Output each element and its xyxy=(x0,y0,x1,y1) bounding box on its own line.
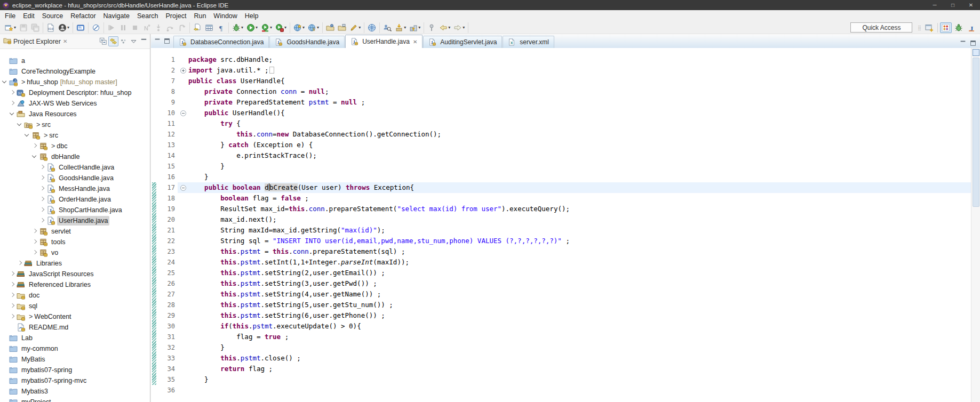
tree-item-messhandle-java[interactable]: JMessHandle.java xyxy=(0,183,150,194)
tree-item-collecthandle-java[interactable]: JCollectHandle.java xyxy=(0,162,150,173)
tree-item-myproject[interactable]: myProject xyxy=(0,397,150,402)
dropdown-arrow-icon[interactable]: ▾ xyxy=(14,25,16,30)
code-line-33[interactable]: 33 this.pstmt.close() ; xyxy=(151,353,980,364)
tree-item-src[interactable]: >src xyxy=(0,119,150,130)
fold-collapse-icon[interactable] xyxy=(180,185,186,191)
code-line-27[interactable]: 27 this.pstmt.setString(4,user.getName()… xyxy=(151,289,980,300)
tree-expander-icon[interactable] xyxy=(39,197,45,202)
user-button[interactable]: ▾ xyxy=(57,23,70,33)
tree-expander-icon[interactable] xyxy=(32,154,37,159)
collapsed-region-icon[interactable] xyxy=(269,67,274,74)
perspective-debug-button[interactable] xyxy=(953,22,965,33)
folding-column[interactable] xyxy=(178,182,188,193)
dropdown-arrow-icon[interactable]: ▾ xyxy=(284,25,286,30)
code-line-7[interactable]: 7public class UserHandle{ xyxy=(151,76,980,86)
step-return-button[interactable] xyxy=(177,23,187,33)
code-text[interactable]: max_id.next(); xyxy=(188,214,277,225)
tree-item-goodshandle-java[interactable]: JGoodsHandle.java xyxy=(0,173,150,183)
tree-expander-icon[interactable] xyxy=(10,314,15,319)
editor-tab-userhandle-java[interactable]: JUserHandle.java✕ xyxy=(345,35,423,48)
dropdown-arrow-icon[interactable]: ▾ xyxy=(302,25,305,30)
tree-item-readme-md[interactable]: README.md xyxy=(0,322,150,333)
code-text[interactable]: public boolean dbCreate(User user) throw… xyxy=(188,182,980,193)
dropdown-arrow-icon[interactable]: ▾ xyxy=(463,25,465,30)
tree-expander-icon[interactable] xyxy=(32,229,37,234)
tree-expander-icon[interactable] xyxy=(2,79,7,85)
tree-item-userhandle-java[interactable]: JUserHandle.java xyxy=(0,215,150,226)
tree-expander-icon[interactable] xyxy=(10,111,15,117)
code-line-2[interactable]: 2import java.util.* ; xyxy=(151,65,980,76)
folding-column[interactable] xyxy=(178,108,188,118)
tree-expander-icon[interactable] xyxy=(39,165,45,170)
tree-expander-icon[interactable] xyxy=(25,133,30,138)
editor-tab-auditingservlet-java[interactable]: JAuditingServlet.java xyxy=(423,36,502,48)
tree-expander-icon[interactable] xyxy=(32,143,37,149)
code-text[interactable]: try { xyxy=(188,118,241,129)
terminate-button[interactable] xyxy=(130,23,140,33)
code-line-15[interactable]: 15 } xyxy=(151,161,980,172)
tree-item-doc[interactable]: doc xyxy=(0,290,150,301)
pilcrow-button[interactable]: ¶ xyxy=(216,23,226,33)
code-text[interactable]: String sql = "INSERT INTO user(id,email,… xyxy=(188,236,570,246)
code-line-10[interactable]: 10 public UserHandle(){ xyxy=(151,108,980,118)
code-text[interactable]: this.pstmt.setString(4,user.getName()) ; xyxy=(188,289,381,300)
code-line-19[interactable]: 19 ResultSet max_id=this.conn.prepareSta… xyxy=(151,204,980,214)
tree-item-mybatis07-spring[interactable]: mybatis07-spring xyxy=(0,365,150,375)
code-line-13[interactable]: 13 } catch (Exception e) { xyxy=(151,140,980,150)
dropdown-arrow-icon[interactable]: ▾ xyxy=(67,25,69,30)
code-text[interactable]: this.pstmt.setString(5,user.getStu_num()… xyxy=(188,300,393,310)
debug-button[interactable]: ▾ xyxy=(231,23,244,33)
code-line-36[interactable]: 36 xyxy=(151,385,980,396)
tree-item-mybatis07-spring-mvc[interactable]: mybatis07-spring-mvc xyxy=(0,375,150,386)
tree-item-orderhandle-java[interactable]: JOrderHandle.java xyxy=(0,194,150,205)
code-text[interactable]: private PreparedStatement pstmt = null ; xyxy=(188,97,365,108)
console-button[interactable] xyxy=(75,23,86,33)
code-line-8[interactable]: 8 private Connection conn = null; xyxy=(151,86,980,97)
code-text[interactable]: import java.util.* ; xyxy=(188,65,274,76)
code-text[interactable]: package src.dbHandle; xyxy=(188,54,273,65)
code-text[interactable]: } xyxy=(188,172,209,182)
code-line-35[interactable]: 35 } xyxy=(151,374,980,385)
dropdown-arrow-icon[interactable]: ▾ xyxy=(256,25,258,30)
code-line-34[interactable]: 34 return flag ; xyxy=(151,364,980,374)
code-text[interactable]: } xyxy=(188,342,225,353)
link-editor-icon[interactable] xyxy=(108,36,118,46)
code-text[interactable]: flag = true ; xyxy=(188,332,289,342)
forward-button[interactable]: ▾ xyxy=(452,23,466,33)
menu-refactor[interactable]: Refactor xyxy=(67,11,99,21)
editor-tab-goodshandle-java[interactable]: JGoodsHandle.java xyxy=(269,36,345,48)
dropdown-arrow-icon[interactable]: ▾ xyxy=(404,25,406,30)
code-line-11[interactable]: 11 try { xyxy=(151,118,980,129)
tree-expander-icon[interactable] xyxy=(10,271,15,277)
maximize-window-button[interactable]: □ xyxy=(944,0,962,10)
close-tab-icon[interactable]: ✕ xyxy=(413,39,417,45)
code-text[interactable]: } xyxy=(188,161,225,172)
code-text[interactable]: } catch (Exception e) { xyxy=(188,140,313,150)
tree-expander-icon[interactable] xyxy=(10,90,15,95)
code-line-14[interactable]: 14 e.printStackTrace(); xyxy=(151,150,980,161)
tree-item-dbhandle[interactable]: dbHandle xyxy=(0,151,150,162)
suspend-button[interactable] xyxy=(118,23,129,33)
code-line-17[interactable]: 17 public boolean dbCreate(User user) th… xyxy=(151,182,980,193)
code-line-32[interactable]: 32 } xyxy=(151,342,980,353)
restore-view-icon[interactable] xyxy=(154,37,161,45)
back-button[interactable]: ▾ xyxy=(438,23,451,33)
tree-expander-icon[interactable] xyxy=(17,261,22,266)
code-line-18[interactable]: 18 boolean flag = false ; xyxy=(151,193,980,204)
upload-button[interactable]: ▾ xyxy=(408,23,421,33)
perspective-java-button[interactable]: J xyxy=(966,22,977,33)
code-text[interactable]: String maxId=max_id.getString("max(id)")… xyxy=(188,225,385,236)
world-button[interactable] xyxy=(366,23,377,33)
code-text[interactable]: e.printStackTrace(); xyxy=(188,150,317,161)
tree-expander-icon[interactable] xyxy=(32,239,37,245)
code-line-22[interactable]: 22 String sql = "INSERT INTO user(id,ema… xyxy=(151,236,980,246)
code-text[interactable]: this.pstmt.setString(3,user.getPwd()) ; xyxy=(188,278,377,289)
code-line-16[interactable]: 16 } xyxy=(151,172,980,182)
menu-help[interactable]: Help xyxy=(241,11,262,21)
code-text[interactable]: this.pstmt.setString(6,user.getPhone()) … xyxy=(188,310,385,321)
tree-item-sql[interactable]: sql xyxy=(0,301,150,311)
resume-button[interactable] xyxy=(106,23,117,33)
tree-item-hfuu-shop[interactable]: J>hfuu_shop[hfuu_shop master] xyxy=(0,77,150,87)
menu-window[interactable]: Window xyxy=(210,11,241,21)
tree-expander-icon[interactable] xyxy=(39,218,45,223)
